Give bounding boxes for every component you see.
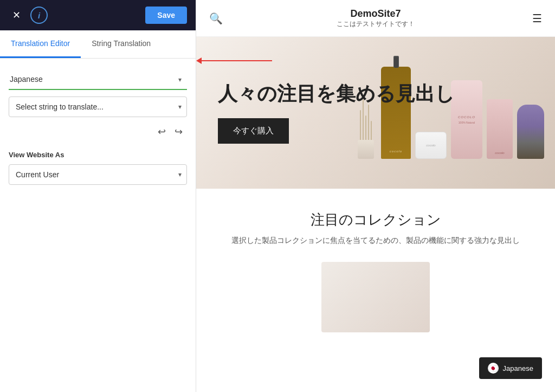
- hero-content: 人々の注目を集める見出し 今すぐ購入: [196, 60, 476, 165]
- collection-card: [321, 262, 430, 332]
- view-website-section: View Website As Current User Administrat…: [9, 151, 187, 185]
- collection-title: 注目のコレクション: [209, 210, 542, 229]
- tab-string-translation[interactable]: String Translation: [81, 30, 162, 58]
- collection-grid: [209, 262, 542, 332]
- save-button[interactable]: Save: [145, 7, 187, 24]
- lang-badge-label: Japanese: [503, 364, 533, 372]
- string-select-wrapper: Select string to translate... ▾: [9, 97, 187, 117]
- hero-section: 人々の注目を集める見出し 今すぐ購入 cocolo: [196, 37, 555, 189]
- top-bar: ✕ i Save: [0, 0, 196, 30]
- panel-content: Japanese English French German Spanish ▾…: [0, 59, 196, 392]
- short-label: cocolo: [495, 151, 504, 155]
- info-button[interactable]: i: [30, 7, 48, 24]
- close-button[interactable]: ✕: [9, 8, 24, 23]
- lavender-icon: [517, 105, 544, 159]
- red-arrow: [196, 57, 272, 64]
- language-badge[interactable]: 🇯🇵 Japanese: [479, 357, 542, 379]
- view-website-label: View Website As: [9, 151, 187, 159]
- right-panel: 🔍 DemoSite7 ここはテストサイトです！ ☰ 人々の注目を集める見出し …: [196, 0, 555, 392]
- site-tagline: ここはテストサイトです！: [337, 20, 415, 29]
- string-select[interactable]: Select string to translate...: [9, 97, 187, 117]
- hero-cta-button[interactable]: 今すぐ購入: [218, 118, 289, 144]
- menu-icon[interactable]: ☰: [532, 12, 542, 25]
- language-select-wrapper: Japanese English French German Spanish ▾: [9, 69, 187, 90]
- site-title-block: DemoSite7 ここはテストサイトです！: [337, 8, 415, 29]
- site-name: DemoSite7: [337, 8, 415, 20]
- left-panel: ✕ i Save Translation Editor String Trans…: [0, 0, 196, 392]
- hero-title: 人々の注目を集める見出し: [218, 82, 455, 105]
- user-select[interactable]: Current User Administrator Guest: [9, 164, 187, 185]
- search-icon[interactable]: 🔍: [209, 12, 223, 25]
- tab-bar: Translation Editor String Translation: [0, 30, 196, 59]
- user-select-wrapper: Current User Administrator Guest ▾: [9, 164, 187, 185]
- arrow-line: [202, 60, 272, 61]
- pink-short-bottle-icon: cocolo: [487, 99, 513, 159]
- main-content: 注目のコレクション 選択した製品コレクションに焦点を当てるための、製品の機能に関…: [196, 189, 555, 354]
- undo-button[interactable]: ↩: [156, 124, 168, 140]
- arrow-head: [196, 57, 202, 64]
- flag-icon: 🇯🇵: [488, 363, 499, 374]
- language-select[interactable]: Japanese English French German Spanish: [9, 69, 187, 90]
- collection-subtitle: 選択した製品コレクションに焦点を当てるための、製品の機能に関する強力な見出し: [209, 236, 542, 246]
- redo-button[interactable]: ↪: [172, 124, 185, 140]
- tab-translation-editor[interactable]: Translation Editor: [0, 30, 81, 58]
- undo-redo-bar: ↩ ↪: [9, 124, 187, 140]
- site-header: 🔍 DemoSite7 ここはテストサイトです！ ☰: [196, 0, 555, 37]
